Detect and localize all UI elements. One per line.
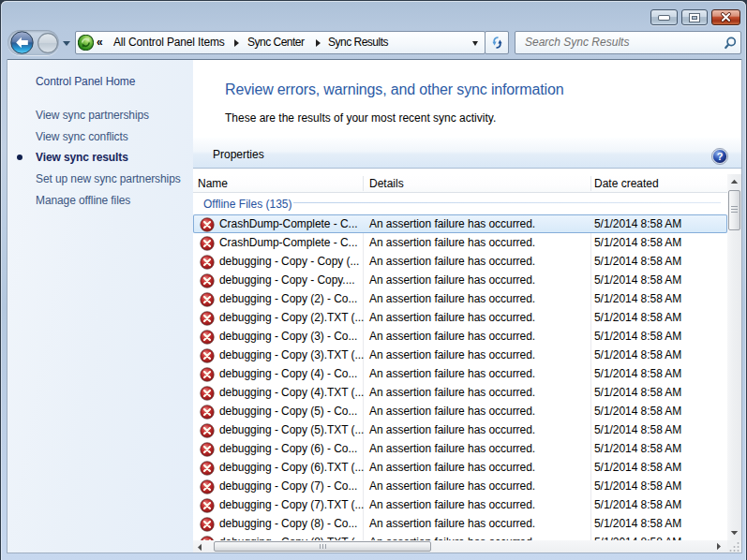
svg-text:?: ?: [717, 151, 724, 162]
